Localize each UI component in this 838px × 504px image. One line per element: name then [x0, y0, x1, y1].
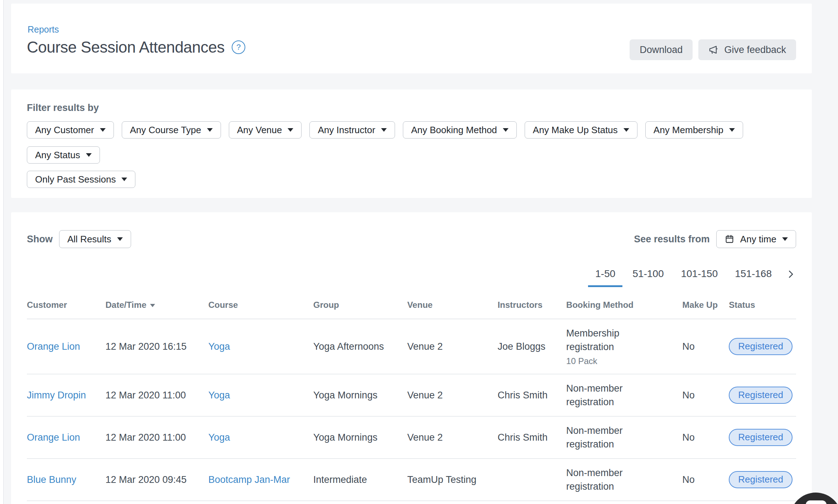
- column-header-course[interactable]: Course: [208, 300, 313, 319]
- show-results-dropdown[interactable]: All Results: [59, 230, 131, 248]
- cell-datetime: 11 Mar 2020 16:15: [105, 501, 208, 504]
- course-link[interactable]: Bootcamp Jan-Mar: [208, 474, 290, 485]
- filter-only-past-sessions[interactable]: Only Past Sessions: [27, 171, 135, 188]
- filter-any-booking-method[interactable]: Any Booking Method: [403, 121, 517, 139]
- page-content: Reports Course Session Attendances ? Dow…: [11, 4, 812, 504]
- cell-make-up: No: [682, 501, 729, 504]
- filter-label: Any Venue: [237, 125, 282, 136]
- cell-customer: Orange Lion: [27, 501, 105, 504]
- breadcrumb[interactable]: Reports: [28, 24, 59, 35]
- download-button[interactable]: Download: [630, 39, 693, 60]
- help-icon[interactable]: ?: [232, 40, 245, 54]
- customer-link[interactable]: Orange Lion: [27, 432, 80, 443]
- cell-make-up: No: [682, 319, 729, 374]
- cell-instructors: Chris Smith: [497, 416, 566, 459]
- column-header-venue[interactable]: Venue: [407, 300, 497, 319]
- filter-label: Any Course Type: [130, 125, 201, 136]
- filter-row-1: Any CustomerAny Course TypeAny VenueAny …: [27, 121, 796, 164]
- cell-customer: Blue Bunny: [27, 459, 105, 501]
- filter-heading: Filter results by: [27, 102, 796, 113]
- chevron-down-icon: [782, 237, 788, 241]
- course-link[interactable]: Yoga: [208, 432, 230, 443]
- column-header-customer[interactable]: Customer: [27, 300, 105, 319]
- cell-group: Intermediate: [313, 459, 407, 501]
- cell-course: Yoga: [208, 374, 313, 416]
- cell-datetime: 12 Mar 2020 11:00: [105, 374, 208, 416]
- cell-datetime: 12 Mar 2020 16:15: [105, 319, 208, 374]
- column-header-instructors[interactable]: Instructors: [497, 300, 566, 319]
- pagination: 1-5051-100101-150151-168: [27, 268, 796, 287]
- cell-customer: Orange Lion: [27, 319, 105, 374]
- results-controls: Show All Results See results from Any ti…: [27, 230, 796, 248]
- column-header-booking-method[interactable]: Booking Method: [566, 300, 682, 319]
- pagination-page-1-50[interactable]: 1-50: [588, 268, 622, 287]
- column-header-make-up[interactable]: Make Up: [682, 300, 729, 319]
- cell-course: Bootcamp Jan-Mar: [208, 459, 313, 501]
- attendance-table: CustomerDate/TimeCourseGroupVenueInstruc…: [27, 300, 796, 504]
- pagination-next-icon[interactable]: [785, 268, 796, 282]
- status-badge: Registered: [729, 471, 793, 488]
- cell-group: Yoga Mornings: [313, 416, 407, 459]
- time-range-dropdown[interactable]: Any time: [716, 230, 796, 248]
- filter-any-status[interactable]: Any Status: [27, 146, 100, 164]
- filter-label: Only Past Sessions: [35, 174, 116, 185]
- cell-booking-method: Membership registration10 Pack: [566, 319, 682, 374]
- filter-any-venue[interactable]: Any Venue: [229, 121, 302, 139]
- cell-make-up: No: [682, 459, 729, 501]
- customer-link[interactable]: Orange Lion: [27, 341, 80, 352]
- chat-bubble-icon: [806, 500, 827, 504]
- cell-booking-method: Membership registration: [566, 501, 682, 504]
- chevron-down-icon: [288, 128, 293, 132]
- cell-venue: TeamUp Testing: [407, 459, 497, 501]
- give-feedback-label: Give feedback: [724, 44, 786, 55]
- show-label: Show: [27, 234, 53, 245]
- pagination-page-151-168[interactable]: 151-168: [728, 268, 779, 285]
- filter-any-instructor[interactable]: Any Instructor: [309, 121, 395, 139]
- pagination-page-51-100[interactable]: 51-100: [625, 268, 671, 285]
- booking-method-text: Non-member registration: [566, 424, 643, 451]
- page-title: Course Session Attendances: [27, 38, 225, 56]
- filter-row-2: Only Past Sessions: [27, 171, 796, 188]
- course-link[interactable]: Yoga: [208, 390, 230, 401]
- cell-status: Registered: [729, 374, 796, 416]
- filter-any-make-up-status[interactable]: Any Make Up Status: [525, 121, 637, 139]
- customer-link[interactable]: Blue Bunny: [27, 474, 76, 485]
- table-header-row: CustomerDate/TimeCourseGroupVenueInstruc…: [27, 300, 796, 319]
- table-row: Jimmy Dropin12 Mar 2020 11:00YogaYoga Mo…: [27, 374, 796, 416]
- cell-group: Yoga Afternoons: [313, 501, 407, 504]
- cell-make-up: No: [682, 416, 729, 459]
- chevron-down-icon: [381, 128, 387, 132]
- sort-desc-icon: [150, 304, 155, 307]
- cell-venue: Venue 2: [407, 501, 497, 504]
- give-feedback-button[interactable]: Give feedback: [698, 39, 796, 60]
- booking-method-text: Non-member registration: [566, 382, 643, 409]
- megaphone-icon: [708, 44, 720, 55]
- cell-instructors: [497, 459, 566, 501]
- chevron-down-icon: [86, 153, 92, 157]
- filter-any-membership[interactable]: Any Membership: [645, 121, 743, 139]
- filter-label: Any Instructor: [318, 125, 375, 136]
- sidebar-edge: [0, 0, 4, 504]
- filter-any-course-type[interactable]: Any Course Type: [122, 121, 221, 139]
- cell-instructors: Chris Smith: [497, 374, 566, 416]
- customer-link[interactable]: Jimmy Dropin: [27, 390, 86, 401]
- course-link[interactable]: Yoga: [208, 341, 230, 352]
- pagination-page-101-150[interactable]: 101-150: [674, 268, 725, 285]
- status-badge: Registered: [729, 429, 793, 446]
- filter-label: Any Booking Method: [411, 125, 497, 136]
- cell-datetime: 12 Mar 2020 11:00: [105, 416, 208, 459]
- see-results-label: See results from: [634, 234, 710, 245]
- cell-venue: Venue 2: [407, 416, 497, 459]
- cell-status: Registered: [729, 319, 796, 374]
- column-header-status[interactable]: Status: [729, 300, 796, 319]
- column-header-date-time[interactable]: Date/Time: [105, 300, 208, 319]
- results-panel: Show All Results See results from Any ti…: [11, 212, 812, 504]
- filter-any-customer[interactable]: Any Customer: [27, 121, 114, 139]
- cell-customer: Orange Lion: [27, 416, 105, 459]
- filter-panel: Filter results by Any CustomerAny Course…: [11, 89, 812, 198]
- chevron-down-icon: [121, 178, 127, 181]
- cell-instructors: Joe Bloggs: [497, 501, 566, 504]
- table-row: Orange Lion12 Mar 2020 16:15YogaYoga Aft…: [27, 319, 796, 374]
- table-row: Orange Lion12 Mar 2020 11:00YogaYoga Mor…: [27, 416, 796, 459]
- column-header-group[interactable]: Group: [313, 300, 407, 319]
